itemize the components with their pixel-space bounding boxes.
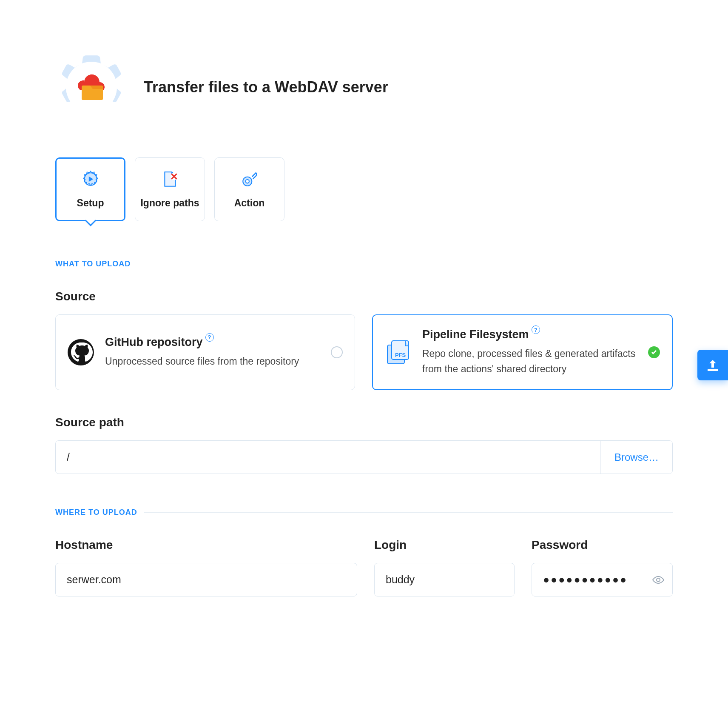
browse-button[interactable]: Browse… [600, 441, 672, 474]
source-option-title: Pipeline Filesystem [422, 328, 529, 341]
page-title: Transfer files to a WebDAV server [144, 78, 388, 96]
action-gear-icon [55, 51, 128, 123]
source-option-desc: Unprocessed source files from the reposi… [105, 354, 320, 369]
gear-play-icon [82, 170, 100, 188]
source-option-pipeline[interactable]: PFS Pipeline Filesystem ? Repo clone, pr… [372, 314, 673, 390]
svg-point-9 [657, 578, 660, 582]
source-option-github[interactable]: GitHub repository ? Unprocessed source f… [55, 314, 355, 390]
source-label: Source [55, 290, 673, 303]
github-icon [68, 339, 94, 365]
file-remove-icon [161, 170, 179, 188]
hostname-label: Hostname [55, 538, 357, 552]
connection-row: Hostname Login Password [55, 538, 673, 596]
source-options: GitHub repository ? Unprocessed source f… [55, 314, 673, 390]
svg-rect-10 [708, 369, 718, 371]
section-label: WHAT TO UPLOAD [55, 260, 131, 268]
password-label: Password [532, 538, 673, 552]
radio-checked-icon [648, 346, 660, 358]
tab-label: Setup [77, 197, 104, 209]
svg-text:PFS: PFS [395, 352, 406, 358]
source-path-label: Source path [55, 416, 673, 429]
floating-upload-button[interactable] [697, 350, 728, 380]
source-path-input[interactable] [56, 441, 600, 474]
help-icon[interactable]: ? [532, 325, 540, 334]
section-header-where: WHERE TO UPLOAD [55, 508, 673, 517]
eye-icon [652, 574, 665, 586]
tabs: Setup Ignore paths Action [55, 157, 673, 221]
tab-label: Action [234, 197, 265, 209]
source-path-row: Browse… [55, 440, 673, 474]
section-header-what: WHAT TO UPLOAD [55, 260, 673, 268]
cloud-folder-icon [75, 74, 108, 101]
source-option-title: GitHub repository [105, 336, 203, 349]
tab-label: Ignore paths [140, 197, 199, 209]
pfs-icon: PFS [385, 339, 411, 365]
login-label: Login [374, 538, 515, 552]
tab-ignore-paths[interactable]: Ignore paths [135, 157, 205, 221]
radio-unchecked-icon [331, 346, 343, 358]
upload-icon [705, 357, 720, 373]
section-label: WHERE TO UPLOAD [55, 508, 137, 517]
login-input[interactable] [374, 563, 515, 596]
page-header: Transfer files to a WebDAV server [55, 51, 673, 123]
hostname-input[interactable] [55, 563, 357, 596]
tab-setup[interactable]: Setup [55, 157, 125, 221]
svg-point-4 [245, 180, 249, 183]
toggle-password-visibility-button[interactable] [650, 571, 667, 588]
help-icon[interactable]: ? [205, 333, 214, 342]
tab-action[interactable]: Action [214, 157, 284, 221]
gear-wrench-icon [241, 170, 259, 188]
source-option-desc: Repo clone, processed files & generated … [422, 346, 637, 377]
